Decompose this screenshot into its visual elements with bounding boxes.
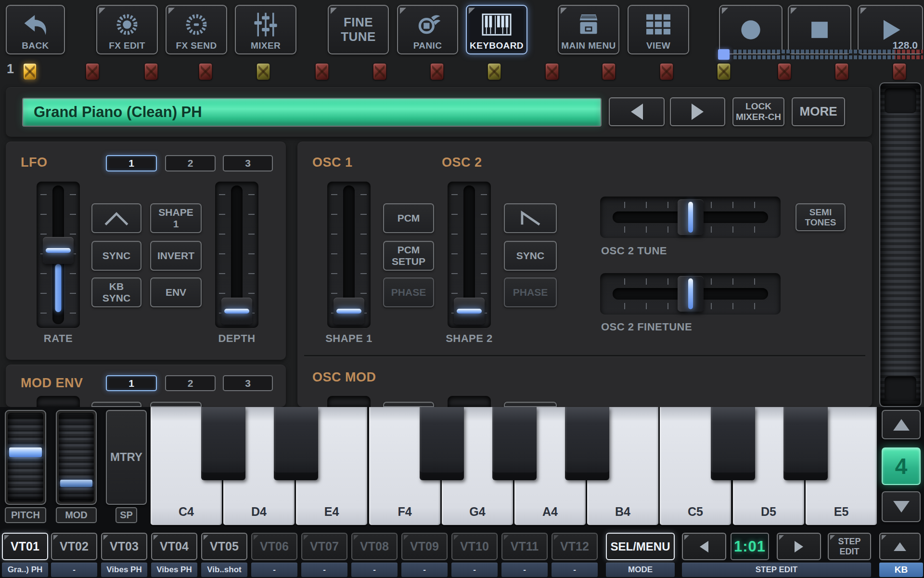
track-button-vt02[interactable]: VT02 — [51, 533, 97, 560]
main-menu-button[interactable]: MAIN MENU — [558, 5, 619, 54]
octave-up-button[interactable] — [882, 410, 921, 439]
black-key-cs4[interactable] — [201, 407, 245, 480]
more-button[interactable]: MORE — [792, 97, 845, 126]
slider-handle[interactable] — [454, 298, 485, 325]
patch-name-display[interactable]: Grand Piano (Clean) PH — [22, 98, 602, 127]
position-display: 1:01 — [731, 533, 769, 560]
black-key-fs4[interactable] — [420, 407, 464, 480]
lfo-tab-1[interactable]: 1 — [106, 155, 157, 171]
lfo-invert-button[interactable]: INVERT — [150, 241, 202, 271]
up-arrow-icon — [894, 542, 906, 551]
track-button-vt01[interactable]: VT01 — [2, 533, 48, 560]
saw-wave-icon — [515, 209, 545, 227]
mod-env-partial-slider — [37, 396, 80, 407]
lfo-sync-button[interactable]: SYNC — [91, 241, 141, 271]
semi-tones-button[interactable]: SEMI TONES — [796, 203, 846, 231]
mod-wheel[interactable] — [56, 410, 97, 505]
octave-display[interactable]: 4 — [882, 447, 921, 485]
lfo-waveform-button[interactable] — [91, 203, 141, 233]
pattern-next-button[interactable] — [777, 533, 821, 560]
footer-kb-label: KB — [879, 563, 923, 577]
track-button-vt11[interactable]: VT11 — [501, 533, 548, 560]
track-button-vt09[interactable]: VT09 — [401, 533, 448, 560]
osc2-finetune-slider[interactable] — [600, 273, 781, 315]
lock-mixer-ch-button[interactable]: LOCK MIXER-CH — [732, 97, 784, 126]
sp-label: SP — [116, 507, 137, 523]
slider-fill — [55, 264, 62, 312]
track-button-vt08[interactable]: VT08 — [351, 533, 398, 560]
step-led — [660, 63, 673, 80]
black-key-gs4[interactable] — [492, 407, 537, 480]
osc2-tune-slider[interactable] — [600, 197, 781, 238]
step-led — [835, 63, 848, 80]
track-button-vt03[interactable]: VT03 — [101, 533, 147, 560]
fx-edit-button[interactable]: FX EDIT — [96, 5, 158, 54]
track-button-vt05[interactable]: VT05 — [201, 533, 247, 560]
osc1-pcm-setup-button[interactable]: PCM SETUP — [383, 241, 434, 271]
pattern-prev-button[interactable] — [682, 533, 726, 560]
track-button-vt06[interactable]: VT06 — [251, 533, 297, 560]
black-key-cs5[interactable] — [711, 407, 755, 480]
lfo-depth-slider[interactable] — [215, 182, 258, 328]
osc2-sync-button[interactable]: SYNC — [504, 241, 557, 271]
keyboard-button[interactable]: KEYBOARD — [466, 5, 527, 54]
mtry-button[interactable]: MTRY — [106, 410, 147, 505]
data-scroll-wheel[interactable] — [879, 82, 922, 407]
slider-handle[interactable] — [334, 298, 364, 325]
step-led — [23, 63, 37, 80]
view-button[interactable]: VIEW — [628, 5, 689, 54]
mod-wheel-indicator — [60, 480, 92, 487]
step-led — [86, 63, 99, 80]
track-button-vt04[interactable]: VT04 — [151, 533, 197, 560]
patch-next-button[interactable] — [670, 97, 725, 126]
lfo-tab-2[interactable]: 2 — [165, 155, 216, 171]
sel-menu-button[interactable]: SEL/MENU — [606, 533, 675, 560]
mod-env-tab-1[interactable]: 1 — [106, 375, 157, 391]
footer-vt06-label: - — [251, 563, 297, 577]
mixer-button[interactable]: MIXER — [235, 5, 296, 54]
osc-mod-partial-slider — [448, 396, 491, 407]
track-button-vt10[interactable]: VT10 — [451, 533, 498, 560]
lfo-kb-sync-button[interactable]: KB SYNC — [91, 277, 141, 307]
osc1-pcm-button[interactable]: PCM — [383, 203, 434, 233]
osc-mod-partial-button — [383, 402, 434, 407]
fx-send-icon — [168, 9, 224, 40]
stop-button[interactable] — [788, 5, 851, 54]
osc2-shape2-slider[interactable] — [448, 182, 491, 328]
pitch-wheel-indicator — [9, 447, 42, 457]
lfo-shape1-button[interactable]: SHAPE 1 — [150, 203, 202, 233]
fine-tune-button[interactable]: FINE TUNE — [328, 5, 389, 54]
mod-env-tab-2[interactable]: 2 — [165, 375, 216, 391]
osc1-shape1-slider[interactable] — [327, 182, 371, 328]
step-led — [778, 63, 791, 80]
slider-handle[interactable] — [221, 298, 252, 325]
wheel-cap-bottom — [885, 376, 916, 401]
black-key-as4[interactable] — [565, 407, 609, 480]
track-button-vt07[interactable]: VT07 — [301, 533, 347, 560]
play-button[interactable]: 128.0 — [858, 5, 923, 54]
record-button[interactable] — [719, 5, 783, 54]
slider-handle[interactable] — [678, 276, 704, 312]
step-edit-button[interactable]: STEP EDIT — [828, 533, 871, 560]
black-key-ds4[interactable] — [274, 407, 318, 480]
lfo-tab-3[interactable]: 3 — [223, 155, 273, 171]
back-button[interactable]: BACK — [6, 5, 65, 54]
track-button-vt12[interactable]: VT12 — [552, 533, 598, 560]
lfo-rate-slider[interactable] — [37, 182, 80, 328]
pitch-wheel[interactable] — [5, 410, 46, 505]
footer-vt12-label: - — [552, 563, 598, 577]
lfo-env-button[interactable]: ENV — [150, 277, 202, 307]
kb-scroll-up-button[interactable] — [879, 533, 921, 560]
patch-prev-button[interactable] — [609, 97, 665, 126]
footer-vt02-label: - — [51, 563, 97, 577]
octave-down-button[interactable] — [882, 491, 921, 522]
mod-env-tab-3[interactable]: 3 — [223, 375, 273, 391]
slider-handle[interactable] — [43, 237, 74, 264]
black-key-ds5[interactable] — [783, 407, 828, 480]
slider-handle[interactable] — [678, 199, 704, 235]
osc2-finetune-label: OSC 2 FINETUNE — [601, 321, 692, 333]
step-led — [430, 63, 444, 80]
osc2-waveform-button[interactable] — [504, 203, 557, 233]
panic-button[interactable]: PANIC — [397, 5, 458, 54]
fx-send-button[interactable]: FX SEND — [166, 5, 227, 54]
